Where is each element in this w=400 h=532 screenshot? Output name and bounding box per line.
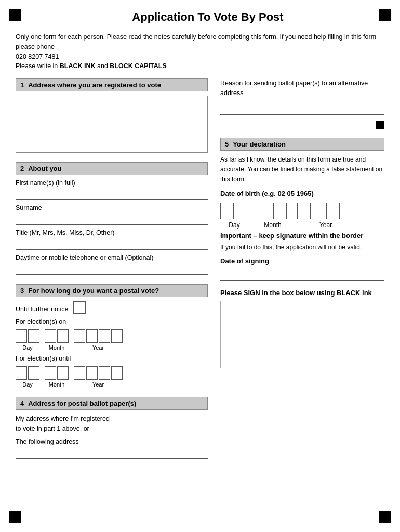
elections-on-month-box1[interactable] [45,329,56,343]
dob-date-group: Day Month Year [220,203,384,229]
dob-year-box2[interactable] [312,203,325,219]
intro-text: Only one form for each person. Please re… [16,32,384,71]
contact-label: Daytime or mobile telephone or email (Op… [16,254,208,261]
elections-until-month-box2[interactable] [57,366,69,380]
contact-input[interactable] [16,262,208,275]
elections-until-day: Day [16,366,39,388]
section-2-header: 2 About you [16,162,208,175]
section-3: 3 For how long do you want a postal vote… [16,284,208,388]
elections-on-month-label: Month [49,344,65,351]
reason-line-1[interactable] [220,102,384,115]
following-address-label: The following address [16,438,208,445]
elections-until-month-label: Month [49,381,65,388]
elections-on-day-box1[interactable] [16,329,27,343]
declaration-text: As far as I know, the details on this fo… [220,155,384,185]
sign-instruction: Please SIGN in the box below using BLACK… [220,289,384,297]
dob-year-box3[interactable] [326,203,340,219]
reason-line-2[interactable] [220,117,384,129]
my-address-row: My address where I'm registeredto vote i… [16,414,208,434]
section-4-num: 4 [20,400,24,407]
section-2-label: About you [28,165,61,172]
for-elections-on-label: For election(s) on [16,318,208,325]
elections-until-date: Day Month Year [16,366,208,388]
section-1: 1 Address where you are registered to vo… [16,78,208,153]
dob-year-box1[interactable] [297,203,311,219]
dob-year: Year [297,203,354,229]
firstname-label: First name(s) (in full) [16,179,208,187]
reason-block: Reason for sending ballot paper(s) to an… [220,78,384,129]
until-further-label: Until further notice [16,305,68,313]
elections-until-year-box2[interactable] [86,366,98,380]
dob-label: Date of birth (e.g. 02 05 1965) [220,190,384,197]
corner-mark-bl [9,511,21,523]
section-5-header: 5 Your declaration [220,138,384,151]
section-5: 5 Your declaration As far as I know, the… [220,138,384,369]
elections-until-day-box1[interactable] [16,366,27,380]
my-address-checkbox[interactable] [115,418,127,430]
dob-year-label: Year [319,221,332,229]
elections-on-year-label: Year [92,344,104,351]
reason-corner-mark [376,121,384,129]
until-further-checkbox[interactable] [73,301,86,314]
elections-until-month-box1[interactable] [45,366,56,380]
corner-mark-br [379,511,391,523]
dob-month-box2[interactable] [273,203,287,219]
section-3-label: For how long do you want a postal vote? [28,287,159,295]
elections-on-month-box2[interactable] [57,329,69,343]
section-2: 2 About you First name(s) (in full) Surn… [16,162,208,275]
elections-until-year: Year [74,366,123,388]
elections-on-month: Month [45,329,69,351]
for-elections-until-label: For election(s) until [16,355,208,362]
section-1-label: Address where you are registered to vote [28,81,161,89]
surname-input[interactable] [16,212,208,225]
address-input-box[interactable] [16,96,208,153]
date-of-signing-input[interactable] [220,268,384,281]
elections-until-year-box1[interactable] [74,366,85,380]
following-address-input[interactable] [16,446,208,459]
section-3-num: 3 [20,287,24,295]
elections-on-year-box3[interactable] [99,329,110,343]
elections-on-day: Day [16,329,39,351]
title-input[interactable] [16,237,208,250]
section-4-header: 4 Address for postal ballot paper(s) [16,397,208,410]
date-of-signing-label: Date of signing [220,257,384,265]
elections-until-month: Month [45,366,69,388]
section-5-label: Your declaration [233,140,286,148]
signature-box[interactable] [220,301,384,368]
dob-day: Day [220,203,248,229]
elections-on-year-box1[interactable] [74,329,85,343]
section-1-num: 1 [20,81,24,89]
surname-label: Surname [16,204,208,211]
elections-until-year-box3[interactable] [99,366,110,380]
until-further-row: Until further notice [16,301,208,314]
my-address-text: My address where I'm registeredto vote i… [16,414,110,434]
elections-on-date: Day Month Year [16,329,208,351]
firstname-input[interactable] [16,188,208,200]
elections-until-year-box4[interactable] [111,366,123,380]
elections-on-year-box2[interactable] [86,329,98,343]
section-4-label: Address for postal ballot paper(s) [28,400,136,407]
section-1-header: 1 Address where you are registered to vo… [16,78,208,91]
dob-day-box2[interactable] [235,203,248,219]
corner-mark-tl [9,9,21,21]
title-label: Title (Mr, Mrs, Ms, Miss, Dr, Other) [16,229,208,236]
elections-on-year-box4[interactable] [111,329,123,343]
section-2-num: 2 [20,165,24,172]
elections-until-year-label: Year [92,381,104,388]
left-column: 1 Address where you are registered to vo… [16,78,208,466]
dob-year-box4[interactable] [341,203,354,219]
elections-until-day-box2[interactable] [28,366,39,380]
section-5-num: 5 [225,140,229,148]
corner-mark-tr [379,9,391,21]
right-column: Reason for sending ballot paper(s) to an… [220,78,384,466]
dob-month: Month [259,203,287,229]
dob-month-box1[interactable] [259,203,272,219]
elections-on-day-label: Day [22,344,33,351]
elections-on-year: Year [74,329,123,351]
sig-warning: Important – keep signature within the bo… [220,232,384,240]
dob-day-label: Day [229,221,239,229]
elections-on-day-box2[interactable] [28,329,39,343]
dob-month-label: Month [264,221,281,229]
dob-day-box1[interactable] [220,203,234,219]
sig-subtext: If you fail to do this, the application … [220,243,384,252]
